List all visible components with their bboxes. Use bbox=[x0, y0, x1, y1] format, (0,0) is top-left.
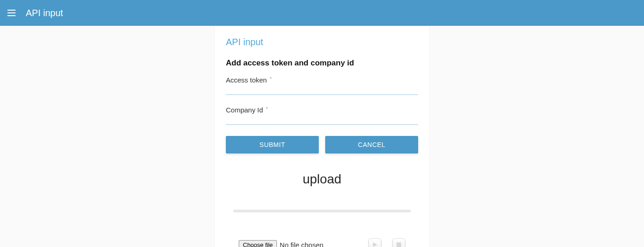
company-id-field: Company Id * bbox=[226, 106, 418, 125]
file-input-row: Choose file No file chosen bbox=[226, 238, 418, 247]
cancel-button[interactable]: CANCEL bbox=[325, 136, 418, 153]
svg-marker-0 bbox=[373, 242, 377, 247]
upload-progress-bar bbox=[233, 210, 411, 212]
api-input-card: API input Add access token and company i… bbox=[215, 26, 429, 247]
hamburger-menu-icon[interactable] bbox=[7, 7, 18, 18]
play-button[interactable] bbox=[368, 238, 381, 247]
app-title: API input bbox=[26, 8, 63, 18]
company-id-input[interactable] bbox=[226, 115, 418, 125]
upload-heading: upload bbox=[226, 172, 418, 187]
access-token-input[interactable] bbox=[226, 85, 418, 95]
app-bar: API input bbox=[0, 0, 644, 26]
choose-file-button[interactable]: Choose file bbox=[239, 240, 277, 247]
access-token-label-text: Access token bbox=[226, 76, 267, 84]
stop-icon bbox=[396, 242, 402, 247]
page-content: API input Add access token and company i… bbox=[0, 26, 644, 247]
company-id-label: Company Id * bbox=[226, 106, 418, 115]
card-title: API input bbox=[226, 37, 418, 47]
play-icon bbox=[372, 242, 378, 247]
form-button-row: SUBMIT CANCEL bbox=[226, 136, 418, 153]
file-status-text: No file chosen bbox=[280, 241, 323, 247]
required-marker: * bbox=[270, 76, 271, 82]
stop-button[interactable] bbox=[392, 238, 405, 247]
access-token-label: Access token * bbox=[226, 76, 418, 85]
company-id-label-text: Company Id bbox=[226, 106, 263, 114]
section-heading: Add access token and company id bbox=[226, 59, 418, 68]
submit-button[interactable]: SUBMIT bbox=[226, 136, 319, 153]
svg-rect-1 bbox=[397, 242, 401, 247]
required-marker: * bbox=[266, 106, 268, 112]
access-token-field: Access token * bbox=[226, 76, 418, 95]
